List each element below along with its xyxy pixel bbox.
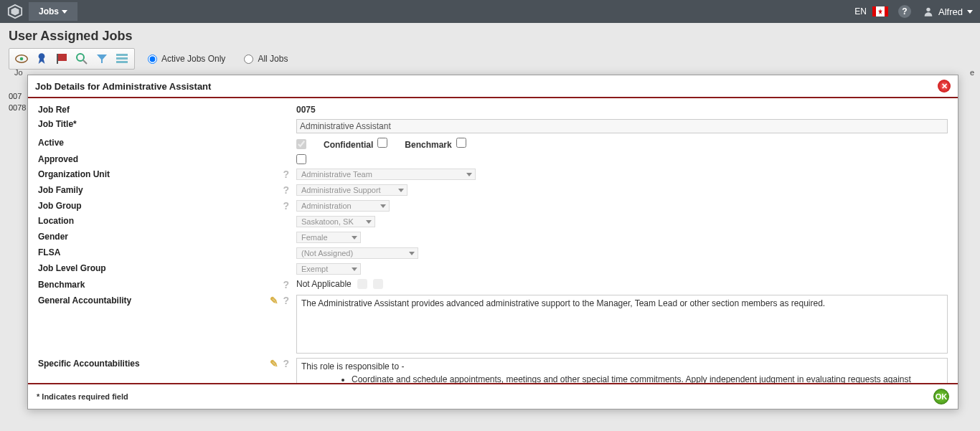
approved-checkbox[interactable]	[296, 154, 306, 164]
chevron-down-icon	[62, 10, 67, 14]
svg-rect-12	[116, 61, 128, 63]
row-general-accountability: General Accountability✎? The Administrat…	[38, 293, 948, 356]
help-icon[interactable]: ?	[283, 295, 289, 306]
row-gender: Gender Female	[38, 229, 948, 245]
benchmark-tool-icon[interactable]	[373, 279, 383, 289]
table-col-right: e	[970, 68, 974, 77]
row-flsa: FLSA (Not Assigned)	[38, 245, 948, 261]
jobs-menu[interactable]: Jobs	[29, 2, 77, 21]
label-job-title: Job Title*	[38, 119, 77, 129]
svg-rect-11	[116, 57, 128, 60]
required-note: * Indicates required field	[37, 392, 128, 401]
label-gender: Gender	[38, 232, 68, 242]
row-org-unit: Organization Unit? Administrative Team	[38, 166, 948, 182]
confidential-checkbox[interactable]	[377, 138, 387, 148]
job-level-group-select[interactable]: Exempt	[296, 263, 361, 275]
radio-active-input[interactable]	[148, 55, 157, 64]
label-org-unit: Organization Unit	[38, 169, 110, 179]
benchmark-checkbox[interactable]	[456, 138, 466, 148]
label-job-family: Job Family	[38, 185, 83, 195]
location-select[interactable]: Saskatoon, SK	[296, 216, 375, 227]
help-icon[interactable]: ?	[283, 200, 289, 212]
specific-accountabilities-text[interactable]: This role is responsible to - Coordinate…	[296, 358, 948, 383]
icon-toolbar	[9, 48, 135, 70]
help-icon[interactable]: ?	[283, 279, 289, 290]
edit-icon[interactable]: ✎	[270, 358, 278, 369]
svg-rect-6	[57, 54, 67, 61]
row-job-group: Job Group? Administration	[38, 198, 948, 214]
filter-button[interactable]	[93, 51, 111, 67]
benchmark-tool-icon[interactable]	[357, 279, 367, 289]
value-job-ref: 0075	[296, 105, 316, 115]
label-location: Location	[38, 216, 74, 226]
table-row[interactable]: 007	[9, 92, 22, 100]
general-accountability-text[interactable]: The Administrative Assistant provides ad…	[296, 295, 948, 354]
user-menu[interactable]: Alfred	[923, 6, 973, 17]
svg-point-5	[39, 53, 45, 60]
job-filter-radios: Active Jobs Only All Jobs	[148, 54, 288, 64]
view-button[interactable]	[12, 51, 31, 67]
modal-header: Job Details for Administrative Assistant…	[28, 75, 958, 98]
help-icon[interactable]: ?	[283, 184, 289, 196]
row-approved: Approved	[38, 152, 948, 166]
table-row[interactable]: 0078	[9, 103, 26, 112]
radio-all-jobs[interactable]: All Jobs	[244, 54, 288, 64]
row-specific-accountabilities: Specific Accountabilities✎? This role is…	[38, 356, 948, 383]
label-approved: Approved	[38, 154, 78, 164]
modal-body: Job Ref 0075 Job Title* Active Confident…	[28, 98, 958, 383]
flag-button[interactable]	[52, 51, 71, 67]
page-header: User Assigned Jobs Active Jobs Only All …	[0, 23, 980, 75]
benchmark-value: Not Applicable	[296, 279, 352, 289]
radio-active-label: Active Jobs Only	[161, 54, 225, 64]
radio-all-input[interactable]	[244, 55, 253, 64]
user-icon	[923, 6, 934, 17]
row-job-title: Job Title*	[38, 117, 948, 136]
user-name: Alfred	[938, 6, 963, 17]
help-icon[interactable]: ?	[898, 5, 911, 18]
modal-title: Job Details for Administrative Assistant	[35, 81, 211, 92]
row-location: Location Saskatoon, SK	[38, 214, 948, 229]
job-group-select[interactable]: Administration	[296, 200, 390, 212]
toolbar-row: Active Jobs Only All Jobs	[9, 48, 971, 70]
rows-button[interactable]	[113, 51, 131, 67]
help-icon[interactable]: ?	[283, 169, 289, 180]
radio-all-label: All Jobs	[258, 54, 288, 64]
spec-intro: This role is responsible to -	[301, 361, 943, 371]
radio-active-jobs[interactable]: Active Jobs Only	[148, 54, 225, 64]
gender-select[interactable]: Female	[296, 232, 361, 243]
label-job-group: Job Group	[38, 201, 82, 211]
row-active: Active Confidential Benchmark	[38, 136, 948, 152]
lang-label[interactable]: EN	[854, 6, 867, 16]
svg-line-9	[83, 60, 87, 64]
search-button[interactable]	[72, 51, 91, 67]
svg-point-8	[77, 54, 84, 61]
flag-canada-icon[interactable]	[872, 6, 888, 16]
label-benchmark-cb: Benchmark	[405, 140, 451, 150]
label-active: Active	[38, 138, 64, 148]
label-general-accountability: General Accountability	[38, 295, 131, 306]
job-family-select[interactable]: Administrative Support	[296, 184, 407, 196]
label-confidential: Confidential	[324, 140, 373, 150]
row-job-level-group: Job Level Group Exempt	[38, 261, 948, 277]
job-title-input[interactable]	[296, 119, 948, 133]
topbar: Jobs EN ? Alfred	[0, 0, 980, 23]
label-flsa: FLSA	[38, 247, 60, 257]
help-icon[interactable]: ?	[283, 358, 289, 369]
svg-rect-10	[116, 54, 128, 56]
ribbon-button[interactable]	[32, 51, 51, 67]
table-col-left: Jo	[14, 68, 23, 77]
org-unit-select[interactable]: Administrative Team	[296, 169, 476, 180]
svg-point-2	[926, 8, 930, 11]
edit-icon[interactable]: ✎	[270, 295, 278, 306]
spec-bullet: Coordinate and schedule appointments, me…	[352, 374, 943, 383]
close-button[interactable]: ✕	[938, 80, 951, 93]
row-job-ref: Job Ref 0075	[38, 103, 948, 117]
svg-rect-7	[57, 54, 58, 64]
ok-button[interactable]: OK	[933, 389, 949, 404]
app-logo-icon	[7, 4, 23, 19]
row-job-family: Job Family? Administrative Support	[38, 182, 948, 198]
label-specific-accountabilities: Specific Accountabilities	[38, 359, 140, 369]
label-job-level-group: Job Level Group	[38, 263, 106, 273]
active-checkbox[interactable]	[296, 139, 306, 149]
flsa-select[interactable]: (Not Assigned)	[296, 247, 418, 259]
